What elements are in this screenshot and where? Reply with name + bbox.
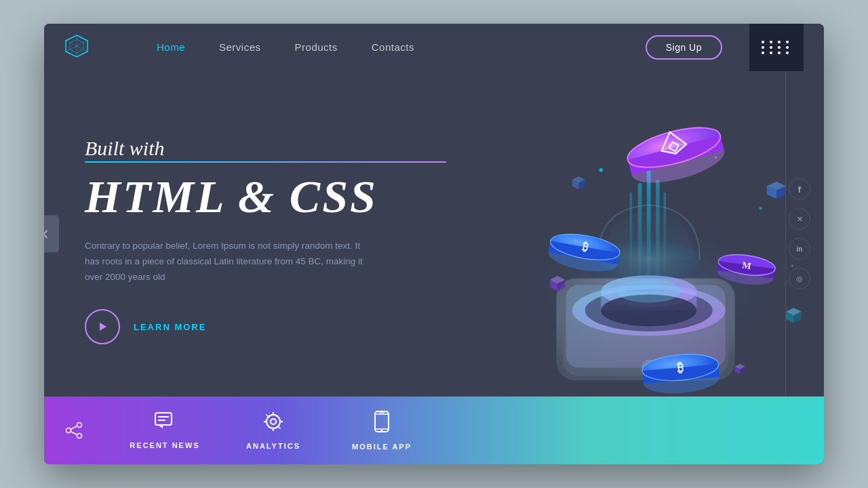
svg-point-75 xyxy=(271,419,276,424)
nav-home[interactable]: Home xyxy=(157,41,185,54)
svg-line-80 xyxy=(267,414,269,417)
nav-contacts[interactable]: Contacts xyxy=(372,41,414,54)
analytics-label: ANALYTICS xyxy=(246,442,300,450)
svg-point-67 xyxy=(66,428,71,433)
bottom-bar: RECENT NEWS ANALYTICS xyxy=(44,396,824,464)
analytics-icon xyxy=(263,411,283,436)
svg-marker-73 xyxy=(158,425,163,428)
learn-more-link[interactable]: LEARN MORE xyxy=(134,322,206,332)
svg-point-65 xyxy=(77,423,82,428)
hero-description: Contrary to popular belief, Lorem Ipsum … xyxy=(85,239,370,285)
browser-frame: Home Services Products Contacts Sign Up xyxy=(44,24,824,464)
svg-rect-22 xyxy=(663,192,666,291)
svg-point-85 xyxy=(381,430,383,432)
main-content: Built with HTML & CSS Contrary to popula… xyxy=(44,71,824,396)
learn-more-row: LEARN MORE xyxy=(85,309,446,344)
hero-illustration: ◇ ₿ ₿ xyxy=(473,71,825,396)
logo[interactable] xyxy=(64,34,123,61)
svg-text:₿: ₿ xyxy=(676,360,684,375)
svg-text:M: M xyxy=(741,260,751,272)
svg-line-69 xyxy=(71,432,77,435)
share-icon[interactable] xyxy=(64,421,83,440)
svg-point-66 xyxy=(77,434,82,439)
facebook-icon[interactable]: f xyxy=(789,178,810,200)
svg-marker-5 xyxy=(100,323,106,331)
hero-title: HTML & CSS xyxy=(85,171,446,222)
svg-point-60 xyxy=(599,168,603,172)
prev-slide-button[interactable] xyxy=(44,216,59,253)
svg-point-62 xyxy=(759,207,762,210)
signup-button[interactable]: Sign Up xyxy=(646,35,722,60)
nav-right: Sign Up xyxy=(646,24,804,71)
bottom-analytics[interactable]: ANALYTICS xyxy=(219,411,328,450)
recent-news-label: RECENT NEWS xyxy=(130,441,199,449)
vertical-divider xyxy=(785,71,786,396)
svg-line-68 xyxy=(71,426,77,430)
svg-point-61 xyxy=(714,156,717,159)
hero-subtitle: Built with xyxy=(85,137,446,160)
svg-rect-18 xyxy=(637,183,642,291)
svg-line-81 xyxy=(278,426,281,429)
mobile-app-label: MOBILE APP xyxy=(352,443,412,451)
nav-products[interactable]: Products xyxy=(295,41,338,54)
navbar: Home Services Products Contacts Sign Up xyxy=(44,24,824,71)
svg-rect-21 xyxy=(629,192,632,291)
instagram-icon[interactable]: ◎ xyxy=(789,268,810,289)
svg-rect-19 xyxy=(646,170,650,291)
svg-point-63 xyxy=(574,239,576,242)
menu-grid-button[interactable] xyxy=(749,24,804,71)
social-sidebar: f ✕ in ◎ xyxy=(789,178,810,289)
nav-links: Home Services Products Contacts xyxy=(157,41,646,54)
chat-icon xyxy=(155,412,175,436)
play-button[interactable] xyxy=(85,309,120,344)
linkedin-icon[interactable]: in xyxy=(789,238,810,260)
svg-rect-20 xyxy=(656,180,660,291)
twitter-icon[interactable]: ✕ xyxy=(789,208,810,230)
svg-rect-86 xyxy=(379,412,384,413)
bottom-recent-news[interactable]: RECENT NEWS xyxy=(111,412,219,449)
hero-text-section: Built with HTML & CSS Contrary to popula… xyxy=(44,71,473,396)
mobile-icon xyxy=(374,411,389,437)
svg-rect-70 xyxy=(155,413,172,425)
nav-services[interactable]: Services xyxy=(219,41,261,54)
bottom-mobile-app[interactable]: MOBILE APP xyxy=(328,411,436,451)
